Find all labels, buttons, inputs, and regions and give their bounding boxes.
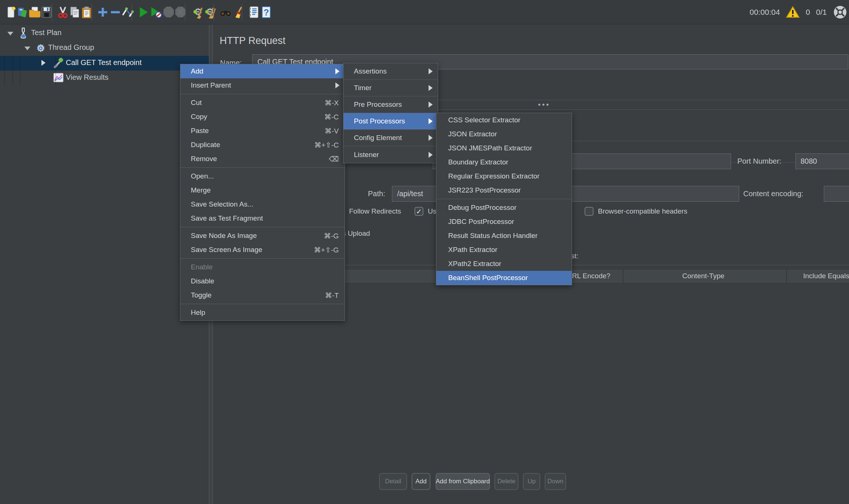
menu-item-save-selection-as[interactable]: Save Selection As... [180,197,345,211]
tree-item-label: Call GET Test endpoint [66,58,142,67]
menu-item-label: JSR223 PostProcessor [448,186,521,194]
menu-item-cut[interactable]: Cut⌘-X [180,96,345,110]
sampler-icon [53,57,64,69]
expand-arrow-down-icon[interactable] [24,47,30,50]
add-submenu-item-listener[interactable]: Listener [344,146,438,163]
menu-item-save-as-test-fragment[interactable]: Save as Test Fragment [180,211,345,225]
thread-wheel-icon[interactable] [833,5,848,20]
post-processor-item-jsr223-postprocessor[interactable]: JSR223 PostProcessor [436,183,572,197]
save-icon[interactable] [40,5,53,19]
warning-icon[interactable] [786,6,800,18]
menu-item-open[interactable]: Open... [180,169,345,183]
add-from-clipboard-button[interactable]: Add from Clipboard [436,473,490,490]
tree-item-call-get-test-endpoint[interactable]: Call GET Test endpoint [0,56,209,71]
menu-separator [180,258,345,259]
subtract-icon[interactable] [109,5,122,19]
menu-item-disable[interactable]: Disable [180,274,345,288]
menu-item-label: Remove [191,155,217,163]
menu-item-enable: Enable [180,260,345,274]
menu-item-label: Add [191,67,203,75]
menu-item-label: Result Status Action Handler [448,232,538,240]
svg-text:STOP: STOP [165,11,173,14]
menu-item-label: Toggle [191,291,212,299]
toolbar-separator [92,4,92,21]
column-header-url-encode[interactable]: URL Encode? [567,272,610,280]
copy-icon[interactable] [68,5,81,19]
menu-item-label: Timer [354,84,372,92]
clear-icon[interactable]: ⚙ [190,5,203,19]
post-processor-item-result-status-action-handler[interactable]: Result Status Action Handler [436,229,572,243]
menu-item-insert-parent[interactable]: Insert Parent [180,78,345,92]
add-icon[interactable] [96,5,109,19]
gear-icon: ⚙ [35,42,47,54]
start-no-pauses-icon[interactable] [149,5,163,19]
toolbar-separator [52,4,52,21]
post-processor-item-debug-postprocessor[interactable]: Debug PostProcessor [436,201,572,215]
checkbox-follow-redirects[interactable]: ✓Follow Redirects [336,206,401,217]
search-reset-icon[interactable] [232,5,246,19]
add-submenu-item-pre-processors[interactable]: Pre Processors [344,96,438,113]
add-submenu-item-timer[interactable]: Timer [344,80,438,96]
add-submenu-item-assertions[interactable]: Assertions [344,63,438,80]
tree-item-view-results[interactable]: View Results [0,71,209,85]
post-processor-item-xpath2-extractor[interactable]: XPath2 Extractor [436,257,572,271]
submenu-arrow-icon [429,85,433,91]
expand-arrow-down-icon[interactable] [7,32,13,35]
paste-icon[interactable] [80,5,93,19]
splitter-handle[interactable]: ••• [538,101,550,109]
menu-item-duplicate[interactable]: Duplicate⌘+⇧-C [180,138,345,152]
column-divider [786,269,787,283]
checkbox-browser-compatible-headers[interactable]: Browser-compatible headers [585,206,687,217]
templates-icon[interactable] [16,5,30,19]
menu-item-shortcut: ⌘+⇧-G [314,246,339,254]
checkbox-box-icon[interactable]: ✓ [415,207,423,216]
submenu-arrow-icon [429,118,433,124]
add-submenu-item-config-element[interactable]: Config Element [344,130,438,146]
menu-item-paste[interactable]: Paste⌘-V [180,124,345,138]
post-processor-item-xpath-extractor[interactable]: XPath Extractor [436,243,572,257]
toolbar-separator [242,4,242,21]
menu-item-toggle[interactable]: Toggle⌘-T [180,288,345,302]
post-processor-item-json-extractor[interactable]: JSON Extractor [436,127,572,141]
checkbox-box-icon[interactable] [585,207,593,216]
submenu-arrow-icon [429,68,433,74]
tree-item-thread-group[interactable]: ⚙Thread Group [0,41,209,55]
menu-item-help[interactable]: Help [180,306,345,320]
help-icon[interactable]: ? [260,5,273,19]
up-button: Up [523,473,540,490]
post-processors-submenu: CSS Selector ExtractorJSON ExtractorJSON… [436,113,572,285]
menu-item-label: Duplicate [191,141,220,149]
post-processor-item-beanshell-postprocessor[interactable]: BeanShell PostProcessor [436,271,572,285]
port-input[interactable]: 8080 [795,153,849,169]
menu-item-label: Listener [354,151,379,159]
menu-item-copy[interactable]: Copy⌘-C [180,110,345,124]
start-icon[interactable] [137,5,150,19]
toolbar-separator [214,4,214,21]
post-processor-item-jdbc-postprocessor[interactable]: JDBC PostProcessor [436,215,572,229]
elapsed-time: 00:00:04 [750,8,780,17]
menu-item-merge[interactable]: Merge [180,183,345,197]
new-file-icon[interactable] [4,5,18,19]
tree-indent-guide [4,56,5,85]
tree-item-test-plan[interactable]: Test Plan [0,26,209,41]
post-processor-item-boundary-extractor[interactable]: Boundary Extractor [436,155,572,169]
column-header-content-type[interactable]: Content-Type [682,272,724,280]
menu-item-add[interactable]: Add [180,64,345,78]
tree-item-label: Test Plan [31,28,61,37]
content-encoding-input[interactable] [824,186,849,202]
search-icon[interactable] [219,5,232,19]
column-divider [623,269,623,283]
post-processor-item-css-selector-extractor[interactable]: CSS Selector Extractor [436,113,572,127]
expand-arrow-right-icon[interactable] [41,60,45,66]
menu-item-save-screen-as-image[interactable]: Save Screen As Image⌘+⇧-G [180,243,345,257]
column-header-include-equals[interactable]: Include Equals [803,272,849,280]
add-button[interactable]: Add [412,473,430,490]
open-file-icon[interactable] [28,5,41,19]
post-processor-item-regular-expression-extractor[interactable]: Regular Expression Extractor [436,169,572,183]
menu-item-remove[interactable]: Remove⌫ [180,152,345,166]
function-helper-icon[interactable] [247,5,260,19]
add-submenu-item-post-processors[interactable]: Post Processors [344,113,438,130]
menu-item-save-node-as-image[interactable]: Save Node As Image⌘-G [180,229,345,243]
post-processor-item-json-jmespath-extractor[interactable]: JSON JMESPath Extractor [436,141,572,155]
cut-icon[interactable] [56,5,70,19]
